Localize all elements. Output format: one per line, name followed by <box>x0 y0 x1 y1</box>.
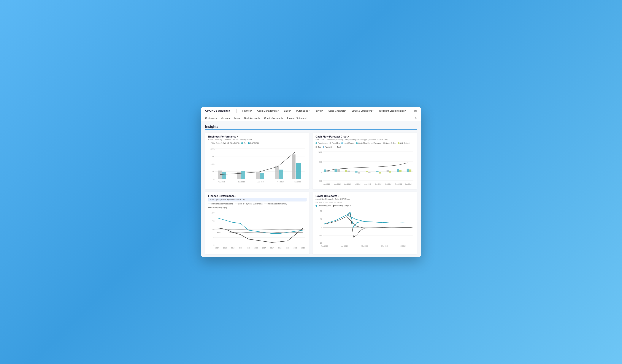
svg-rect-51 <box>409 170 411 172</box>
nav-cash-management[interactable]: Cash Management ▾ <box>256 109 279 113</box>
cash-flow-subtitle: DEFAULT | Combined | Working Date | Mont… <box>315 139 414 141</box>
legend-line-icon <box>334 147 336 147</box>
subnav-customers[interactable]: Customers <box>205 116 217 120</box>
legend-domestic: DOMESTIC <box>227 142 239 144</box>
legend-dot-icon <box>241 142 243 144</box>
svg-rect-19 <box>296 163 301 179</box>
svg-text:2019: 2019 <box>301 247 305 249</box>
legend-azure-ai: Azure AI <box>323 146 332 148</box>
nav-payroll[interactable]: Payroll ▾ <box>314 109 324 113</box>
grid-icon[interactable]: ⊞ <box>414 109 417 113</box>
svg-text:100: 100 <box>212 212 214 214</box>
legend-dot-icon <box>330 142 331 144</box>
top-navigation: CRONUS Australia Finance ▾ Cash Manageme… <box>201 107 421 115</box>
svg-text:Jan 2019: Jan 2019 <box>257 181 264 183</box>
svg-rect-50 <box>407 169 409 172</box>
business-performance-legend: Total Sales (LCY) DOMESTIC EU FOREIGN <box>208 142 307 144</box>
nav-cloud-insights[interactable]: Intelligent Cloud Insights ▾ <box>378 109 407 113</box>
svg-text:2017: 2017 <box>262 247 266 249</box>
dashboard-grid: Business Performance ▾ Sales Trends by C… <box>205 133 417 254</box>
svg-text:5M: 5M <box>319 161 322 163</box>
legend-dot-icon <box>315 205 317 207</box>
chevron-down-icon[interactable]: ▾ <box>237 135 238 138</box>
power-bi-legend: Gross Margin % Operating Margin % <box>315 205 414 207</box>
svg-rect-47 <box>389 171 391 172</box>
svg-rect-43 <box>368 172 370 173</box>
svg-rect-10 <box>218 171 222 179</box>
edit-icon[interactable]: ✎ <box>414 116 417 120</box>
subnav-chart-of-accounts[interactable]: Chart of Accounts <box>264 116 283 120</box>
subnav-vendors[interactable]: Vendors <box>221 116 230 120</box>
main-content: Insights Business Performance ▾ Sales Tr… <box>201 121 421 257</box>
legend-dot-icon <box>383 142 385 144</box>
svg-rect-44 <box>376 171 378 172</box>
chevron-down-icon[interactable]: ▾ <box>348 135 349 138</box>
legend-foreign: FOREIGN <box>248 142 259 144</box>
legend-dot-icon <box>333 205 334 207</box>
legend-dot-icon <box>315 142 317 144</box>
svg-text:50k: 50k <box>212 171 215 173</box>
legend-sales-orders: Sales Orders <box>383 142 396 144</box>
svg-text:Aug 2019: Aug 2019 <box>365 183 371 185</box>
svg-text:2016: 2016 <box>247 247 250 249</box>
subnav-income-statement[interactable]: Income Statement <box>287 116 307 120</box>
legend-payables: Payables <box>330 142 340 144</box>
svg-text:20: 20 <box>320 218 322 220</box>
chevron-down-icon[interactable]: ▾ <box>338 195 339 197</box>
subnav-items[interactable]: Items <box>234 116 240 120</box>
chevron-down-icon: ▾ <box>345 110 346 112</box>
finance-performance-filter: Cash Cycle | Month (Updated: 2:56:29 PM) <box>208 198 307 201</box>
svg-rect-49 <box>399 170 402 172</box>
business-performance-chart: 200k 150k 100k 50k 0 <box>208 146 307 186</box>
svg-text:May 2019: May 2019 <box>381 245 388 247</box>
legend-eu: EU <box>241 142 246 144</box>
finance-performance-chart: 100 75 50 25 0 <box>208 210 307 251</box>
svg-text:Nov 2018: Nov 2018 <box>321 245 328 247</box>
cash-flow-card: Cash Flow Forecast Chart ▾ DEFAULT | Com… <box>312 133 417 189</box>
legend-days-inventory: Days Sales of Inventory <box>264 203 287 205</box>
legend-receivables: Receivables <box>315 142 328 144</box>
topnav-right: ⊞ <box>414 109 417 113</box>
chevron-down-icon: ▾ <box>278 110 279 112</box>
svg-rect-48 <box>397 169 399 172</box>
app-title: CRONUS Australia <box>205 109 230 112</box>
nav-sales[interactable]: Sales ▾ <box>283 109 292 113</box>
chevron-down-icon: ▾ <box>309 110 310 112</box>
legend-dot-icon <box>398 142 400 144</box>
svg-text:0: 0 <box>321 172 322 173</box>
legend-gross-margin: Gross Margin % <box>315 205 331 207</box>
chevron-down-icon: ▾ <box>372 110 373 112</box>
subnav-bank-accounts[interactable]: Bank Accounts <box>244 116 260 120</box>
chevron-down-icon[interactable]: ▾ <box>235 195 236 197</box>
legend-dot-icon <box>323 146 324 148</box>
svg-text:Nov 2019: Nov 2019 <box>395 183 402 185</box>
nav-setup[interactable]: Setup & Extensions ▾ <box>350 109 374 113</box>
svg-text:50: 50 <box>213 229 215 230</box>
legend-days-payment: Days of Payment Outstanding <box>235 203 263 205</box>
svg-text:100k: 100k <box>211 163 215 165</box>
svg-rect-42 <box>366 171 368 172</box>
cash-flow-chart: 10M 5M 0 -5M <box>315 149 414 186</box>
svg-text:Jan 2019: Jan 2019 <box>341 245 348 247</box>
nav-finance[interactable]: Finance ▾ <box>241 109 253 113</box>
legend-total: Total <box>334 146 341 148</box>
svg-rect-38 <box>345 170 347 172</box>
svg-rect-18 <box>279 170 283 179</box>
svg-rect-34 <box>324 170 326 172</box>
svg-text:-20: -20 <box>319 235 322 237</box>
svg-text:Oct 2019: Oct 2019 <box>385 183 391 185</box>
legend-cf-manual: Cash Flow Manual Revenue <box>356 142 381 144</box>
finance-performance-legend: Days of Sales Outstanding Days of Paymen… <box>208 203 307 209</box>
svg-text:Sep 2019: Sep 2019 <box>375 183 381 185</box>
power-bi-chart: 40 20 0 -20 -40 <box>315 208 414 249</box>
svg-rect-39 <box>348 171 350 172</box>
legend-job: Job <box>315 146 321 148</box>
svg-text:-5M: -5M <box>319 180 322 182</box>
chevron-down-icon: ▾ <box>290 110 291 112</box>
business-performance-subtitle: Sales Trends by Customer Groups | View b… <box>208 139 307 141</box>
svg-text:Jul 2019: Jul 2019 <box>355 183 360 185</box>
nav-sales-channels[interactable]: Sales Channels ▾ <box>327 109 347 113</box>
sub-navigation: Customers Vendors Items Bank Accounts Ch… <box>201 115 421 121</box>
nav-purchasing[interactable]: Purchasing ▾ <box>295 109 310 113</box>
legend-cash-cycle: Cash Cycle (Days) <box>208 207 227 209</box>
